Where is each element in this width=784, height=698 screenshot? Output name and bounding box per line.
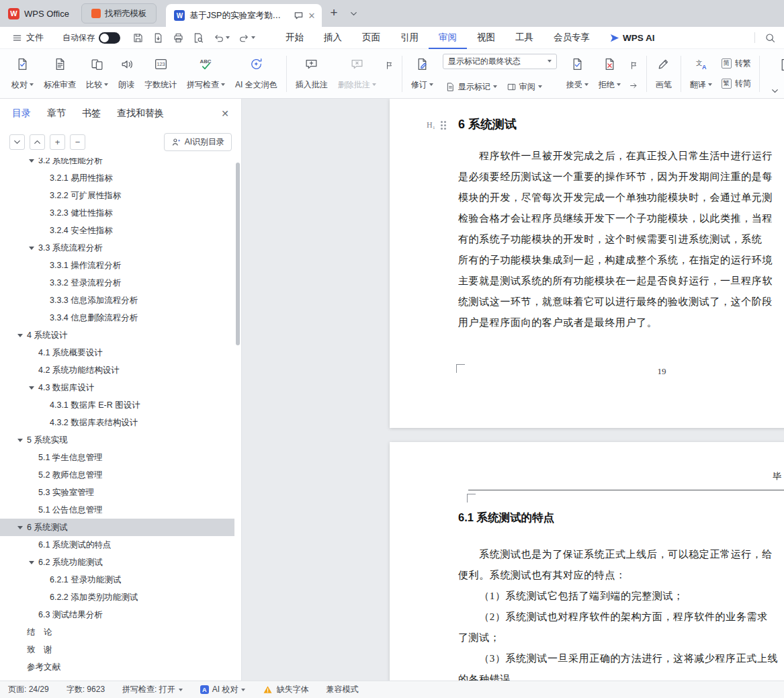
toc-item[interactable]: 3.2.4 安全性指标	[0, 222, 234, 239]
new-tab-button[interactable]: +	[322, 5, 344, 21]
toc-item[interactable]: 5.2 教师信息管理	[0, 466, 234, 484]
document-text-line[interactable]: 是必须要经历测试这一个重要的操作环节，因为开发期间注重的是每	[458, 167, 773, 187]
menu-tab-reference[interactable]: 引用	[390, 26, 429, 49]
toc-item[interactable]: 6.2.1 登录功能测试	[0, 571, 234, 588]
file-menu[interactable]: 文件	[8, 32, 48, 44]
ai-proofread-status[interactable]: A AI 校对	[200, 684, 246, 695]
document-text-line[interactable]: 检验合格才会让程序员继续开发下一个子功能模块，以此类推，当程	[458, 208, 773, 229]
toc-item[interactable]: 6.2 系统功能测试	[0, 554, 234, 571]
sidebar-tab-find-replace[interactable]: 查找和替换	[117, 107, 164, 120]
toc-item[interactable]: 4.3 数据库设计	[0, 379, 234, 396]
ribbon-collapse-chevron-icon[interactable]	[770, 86, 780, 96]
toc-item[interactable]: 结 论	[0, 623, 234, 641]
toc-expand-icon[interactable]	[17, 519, 27, 536]
tab-list-chevron-icon[interactable]	[345, 9, 363, 19]
menu-tab-member[interactable]: 会员专享	[543, 26, 600, 49]
markup-state-select[interactable]: 显示标记的最终状态	[443, 54, 557, 69]
toc-expand-icon[interactable]	[17, 326, 27, 344]
document-page-19[interactable]: H₁ 6 系统测试 程序软件一旦被开发完成之后，在真正投入日常生活中进行运行是必…	[390, 99, 784, 428]
redo-button[interactable]	[238, 32, 255, 44]
document-text-line[interactable]: 便利。系统测试也有其对应的特点：	[458, 565, 778, 586]
toc-item[interactable]: 3.3.4 信息删除流程分析	[0, 309, 234, 326]
insert-comment-button[interactable]: 插入批注	[291, 52, 333, 95]
missing-font-warning[interactable]: 缺失字体	[263, 684, 308, 695]
toc-item[interactable]: 3.3.1 操作流程分析	[0, 257, 234, 274]
toc-item[interactable]: 6 系统测试	[0, 519, 234, 536]
expand-all-button[interactable]	[9, 134, 25, 150]
search-button[interactable]	[765, 32, 776, 44]
document-text-line[interactable]: 有的系统子功能模块的开发时，这个时候需要引进系统测试，系统	[458, 229, 773, 250]
spell-check-status[interactable]: 拼写检查: 打开	[122, 684, 183, 695]
toc-item[interactable]: 6.3 测试结果分析	[0, 606, 234, 623]
document-text-line[interactable]: 所有的子功能模块集成到一起，构建成整个系统，在指定的运行环境	[458, 250, 773, 271]
menu-tab-page[interactable]: 页面	[352, 26, 390, 49]
delete-comment-button[interactable]: 删除批注	[333, 52, 381, 95]
menu-tab-home[interactable]: 开始	[275, 26, 314, 49]
document-text-line[interactable]: （1）系统测试它包括了端到端的完整测试；	[458, 586, 778, 607]
comment-bubble-icon[interactable]	[294, 11, 304, 21]
toc-expand-icon[interactable]	[29, 158, 38, 169]
collapse-all-button[interactable]	[30, 134, 45, 150]
document-text-line[interactable]: 主要就是测试系统的所有功能模块在一起是否良好运行，一旦程序软	[458, 271, 773, 292]
toc-item[interactable]: 3.2 系统性能分析	[0, 158, 234, 169]
toc-item[interactable]: 5.1 公告信息管理	[0, 501, 234, 519]
toc-item[interactable]: 4.3.1 数据库 E-R 图设计	[0, 396, 234, 414]
menu-tab-review[interactable]: 审阅	[429, 26, 467, 49]
traditional-to-simplified-button[interactable]: 繁 转简	[722, 78, 751, 89]
document-tab[interactable]: W 基于JSP的实验室考勤管理平 ✕	[166, 4, 322, 27]
spell-check-button[interactable]: ABC 拼写检查	[182, 52, 230, 95]
toc-item[interactable]: 致 谢	[0, 641, 234, 658]
pen-button[interactable]: 画笔	[651, 52, 677, 95]
wps-home-tab[interactable]: W WPS Office	[0, 0, 81, 27]
toc-item[interactable]: 5 系统实现	[0, 431, 234, 449]
menu-tab-view[interactable]: 视图	[467, 26, 505, 49]
document-text-line[interactable]: 的各种错误.	[458, 669, 778, 681]
toc-expand-icon[interactable]	[29, 239, 38, 257]
toc-item[interactable]: 3.3 系统流程分析	[0, 239, 234, 257]
tab-close-icon[interactable]: ✕	[308, 11, 316, 21]
document-text-line[interactable]: （3）系统测试一旦采用正确的方法进行，这将减少程序正式上线	[458, 648, 778, 669]
toc-item[interactable]: 4.3.2 数据库表结构设计	[0, 414, 234, 431]
page-indicator[interactable]: 页面: 24/29	[8, 684, 49, 695]
show-markup-button[interactable]: 显示标记	[443, 80, 500, 94]
compare-button[interactable]: 比较	[81, 52, 113, 95]
previous-revision-button[interactable]	[626, 58, 642, 73]
document-text-line[interactable]: 用户是程序面向的客户或者是最终用户了。	[458, 312, 773, 333]
toc-item[interactable]: 5.3 实验室管理	[0, 484, 234, 501]
ai-detect-toc-button[interactable]: AI识别目录	[164, 133, 232, 151]
document-text-line[interactable]: 了测试；	[458, 627, 778, 648]
simplified-to-traditional-button[interactable]: 简 转繁	[722, 58, 751, 69]
export-button[interactable]	[153, 32, 164, 44]
document-text-line[interactable]: 模块的开发，尽管每次开发完成一个单独功能模块时，会通过单元测	[458, 187, 773, 208]
document-text-line[interactable]: 统测试这一环节，就意味着它可以进行最终的验收测试了，这个阶段	[458, 292, 773, 312]
toc-item[interactable]: 4.1 系统概要设计	[0, 344, 234, 361]
reject-revision-button[interactable]: 拒绝	[594, 52, 625, 95]
review-pane-button[interactable]: 审阅	[504, 80, 545, 94]
zoom-in-button[interactable]: +	[50, 134, 65, 150]
autosave-toggle[interactable]	[99, 32, 120, 44]
sidebar-close-icon[interactable]: ✕	[221, 108, 229, 119]
toc-item[interactable]: 3.3.2 登录流程分析	[0, 274, 234, 292]
toc-item[interactable]: 3.2.3 健壮性指标	[0, 204, 234, 222]
next-revision-button[interactable]	[626, 79, 642, 93]
toc-item[interactable]: 4.2 系统功能结构设计	[0, 361, 234, 379]
drag-handle-icon[interactable]	[441, 121, 443, 123]
section-heading[interactable]: 6.1 系统测试的特点	[458, 511, 554, 525]
word-count-button[interactable]: 123 字数统计	[140, 52, 181, 95]
toc-item[interactable]: 6.2.2 添加类别功能测试	[0, 588, 234, 606]
print-preview-button[interactable]	[193, 32, 204, 44]
toc-item[interactable]: 3.2.1 易用性指标	[0, 169, 234, 187]
toc-item[interactable]: 参考文献	[0, 658, 234, 676]
menu-tab-insert[interactable]: 插入	[314, 26, 352, 49]
word-count-indicator[interactable]: 字数: 9623	[67, 684, 105, 695]
translate-button[interactable]: 文A 翻译	[685, 52, 717, 95]
standard-review-button[interactable]: 标准审查	[39, 52, 81, 95]
undo-button[interactable]	[213, 32, 230, 44]
toc-item[interactable]: 3.3.3 信息添加流程分析	[0, 292, 234, 309]
template-tab[interactable]: 找稻壳模板	[81, 3, 157, 24]
document-text-line[interactable]: 系统测试也是为了保证系统正式上线后，可以稳定正常运行，给	[458, 544, 778, 565]
wps-ai-menu[interactable]: WPS AI	[609, 33, 655, 43]
menu-tab-tools[interactable]: 工具	[505, 26, 543, 49]
toc-item[interactable]: 5.1 学生信息管理	[0, 449, 234, 466]
toc-expand-icon[interactable]	[29, 379, 38, 396]
